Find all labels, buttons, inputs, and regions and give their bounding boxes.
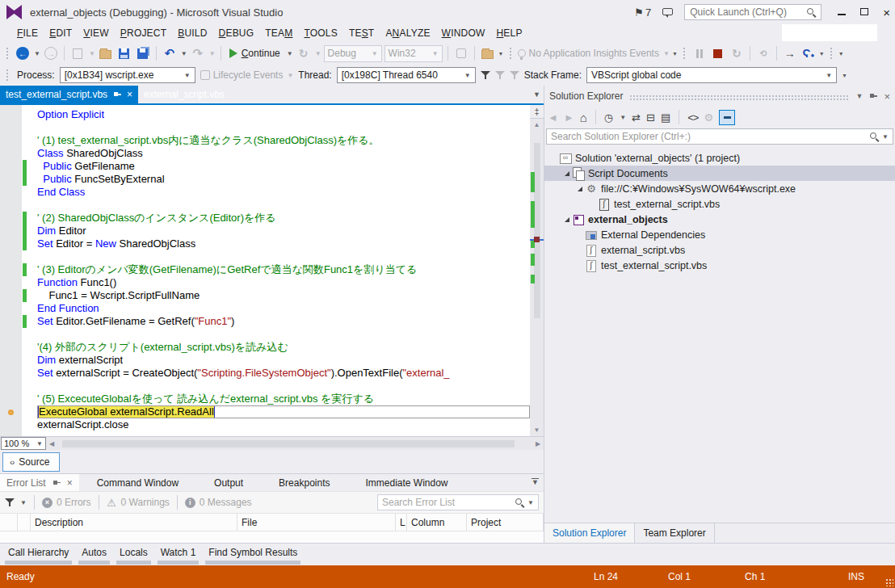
pin-icon[interactable]: [869, 92, 877, 100]
solution-explorer-search-input[interactable]: Search Solution Explorer (Ctrl+:) ▼: [546, 128, 893, 145]
column-header-project[interactable]: Project: [467, 514, 544, 531]
error-filter-icon[interactable]: [5, 498, 15, 507]
restart-button[interactable]: ↻: [729, 44, 745, 62]
continue-button[interactable]: Continue: [226, 44, 284, 62]
tool-tab-find-symbol-results[interactable]: Find Symbol Results: [205, 547, 300, 565]
error-list-search-input[interactable]: Search Error List ▼: [377, 494, 539, 510]
save-all-button[interactable]: [135, 44, 151, 62]
panel-tab-error-list[interactable]: Error List×: [0, 474, 79, 491]
tree-item-file-c-windows-syswow64-wscript.exe[interactable]: file://C:¥Windows¥SysWOW64¥wscript.exe: [544, 181, 895, 196]
expand-arrow-icon[interactable]: [575, 187, 585, 191]
scroll-left-arrow[interactable]: ◀: [46, 440, 57, 447]
resize-grip[interactable]: [885, 578, 893, 586]
scroll-up-arrow[interactable]: ▲: [530, 119, 544, 131]
toolbar-grip-3[interactable]: [683, 47, 687, 60]
code-line-14[interactable]: Function Func1(): [0, 276, 530, 289]
code-line-1[interactable]: Option Explicit: [0, 108, 530, 121]
code-line-23[interactable]: ' (5) ExcecuteGlobalを使って 読み込んだexternal_s…: [0, 393, 530, 405]
menu-build[interactable]: BUILD: [172, 26, 212, 40]
expand-arrow-icon[interactable]: [562, 217, 572, 222]
stack-frame-combo[interactable]: VBScript global code▼: [586, 67, 837, 83]
tool-tab-locals[interactable]: Locals: [116, 547, 151, 565]
open-file-button[interactable]: [98, 44, 114, 62]
menu-analyze[interactable]: ANALYZE: [380, 26, 435, 40]
messages-count-button[interactable]: i0 Messages: [185, 497, 252, 508]
menu-project[interactable]: PROJECT: [115, 26, 172, 40]
solution-configurations-combo[interactable]: Debug▼: [324, 45, 382, 62]
horizontal-scroll-thumb[interactable]: [62, 440, 515, 447]
code-line-5[interactable]: Public GetFilename: [0, 160, 530, 173]
breakpoint-cell[interactable]: [0, 418, 22, 431]
menu-team[interactable]: TEAM: [259, 26, 298, 40]
back-dropdown[interactable]: ▼: [34, 50, 40, 57]
filter-dropdown[interactable]: ▼: [620, 114, 626, 121]
code-line-7[interactable]: End Class: [0, 186, 530, 199]
tree-item-test_external_script.vbs[interactable]: test_external_script.vbs: [544, 196, 895, 212]
error-filter-dropdown[interactable]: ▼: [20, 499, 27, 506]
code-line-18[interactable]: [0, 328, 530, 341]
code-line-9[interactable]: ' (2) SharedObjClassのインスタンス(Editor)を作る: [0, 212, 530, 225]
code-line-4[interactable]: Class SharedObjClass: [0, 147, 530, 160]
insights-overflow[interactable]: ▼: [672, 52, 678, 56]
properties-wrench-button[interactable]: ⚙: [704, 112, 713, 123]
menu-test[interactable]: TEST: [343, 26, 380, 40]
column-header-l[interactable]: L: [396, 514, 407, 531]
column-header-empty[interactable]: [18, 514, 31, 531]
scroll-down-arrow[interactable]: ▼: [530, 424, 544, 436]
refresh-dropdown[interactable]: ▼: [315, 50, 321, 57]
pause-button[interactable]: [691, 44, 708, 62]
code-line-10[interactable]: Dim Editor: [0, 225, 530, 237]
menu-file[interactable]: FILE: [11, 26, 44, 40]
window-position-dropdown[interactable]: ▼: [855, 92, 863, 100]
doc-tab-test_external_script.vbs[interactable]: test_external_script.vbs×: [0, 86, 138, 103]
new-file-button[interactable]: [69, 44, 86, 62]
continue-dropdown[interactable]: ▼: [287, 50, 293, 57]
breakpoint-cell[interactable]: [0, 341, 22, 354]
tree-item-external-dependencies[interactable]: External Dependencies: [544, 227, 895, 242]
breakpoint-cell[interactable]: [0, 405, 22, 418]
show-next-statement-button[interactable]: →: [782, 44, 798, 62]
code-line-17[interactable]: Set Editor.GetFilename = GetRef("Func1"): [0, 315, 530, 328]
editor-splitter-handle[interactable]: ‡: [530, 105, 544, 119]
panel-tab-breakpoints[interactable]: Breakpoints: [261, 474, 347, 491]
process-bar-overflow[interactable]: ▼: [842, 74, 847, 78]
vertical-scrollbar[interactable]: ‡ ▲ ▼: [530, 105, 544, 436]
code-line-19[interactable]: '(4) 外部のスクリプト(external_script.vbs)を読み込む: [0, 341, 530, 354]
new-file-dropdown[interactable]: ▼: [89, 50, 95, 57]
code-line-13[interactable]: ' (3) Editorのメンバ変数(GetFilename)にGetRefで適…: [0, 263, 530, 276]
zoom-level-combo[interactable]: 100 %▼: [1, 437, 46, 450]
navigate-forward-button[interactable]: →: [43, 44, 59, 62]
breakpoint-cell[interactable]: [0, 108, 22, 121]
tool-tab-watch-1[interactable]: Watch 1: [158, 547, 200, 565]
breakpoint-cell[interactable]: [0, 263, 22, 276]
tree-item-test_external_script.vbs[interactable]: test_external_script.vbs: [544, 258, 895, 273]
lifecycle-events-button[interactable]: Lifecycle Events ▼: [200, 69, 294, 81]
apply-code-changes-button[interactable]: ⟲: [755, 44, 771, 62]
menu-search-box[interactable]: [782, 24, 877, 41]
tree-item-script-documents[interactable]: Script Documents: [544, 166, 895, 181]
toolbar-grip[interactable]: [6, 47, 10, 60]
application-insights-button[interactable]: No Application Insights Events ▼: [518, 48, 670, 59]
breakpoint-cell[interactable]: [0, 315, 22, 328]
quick-launch-input[interactable]: Quick Launch (Ctrl+Q): [684, 4, 821, 20]
menu-window[interactable]: WINDOW: [436, 26, 491, 40]
close-tab-icon[interactable]: ×: [127, 90, 132, 99]
suspend-threads-icon[interactable]: [510, 70, 519, 80]
breakpoint-cell[interactable]: [0, 212, 22, 225]
thread-combo[interactable]: [0x198C] Thread 6540▼: [337, 67, 476, 83]
properties-button[interactable]: ▤: [661, 112, 670, 123]
column-header-column[interactable]: Column: [407, 514, 467, 531]
column-header-description[interactable]: Description: [31, 514, 237, 531]
code-line-15[interactable]: Func1 = Wscript.ScriptFullName: [0, 289, 530, 302]
tool-tab-autos[interactable]: Autos: [78, 547, 110, 565]
close-tab-icon[interactable]: ×: [67, 478, 73, 488]
pin-icon[interactable]: [113, 90, 121, 99]
feedback-button[interactable]: [662, 6, 673, 18]
tree-item-external_script.vbs[interactable]: external_script.vbs: [544, 242, 895, 258]
breakpoint-cell[interactable]: [0, 160, 22, 173]
warnings-count-button[interactable]: ⚠0 Warnings: [107, 497, 170, 508]
breakpoint-cell[interactable]: [0, 302, 22, 315]
maximize-button[interactable]: [860, 6, 868, 18]
breakpoint-cell[interactable]: [0, 393, 22, 405]
pending-changes-filter-button[interactable]: ◷: [604, 112, 613, 123]
